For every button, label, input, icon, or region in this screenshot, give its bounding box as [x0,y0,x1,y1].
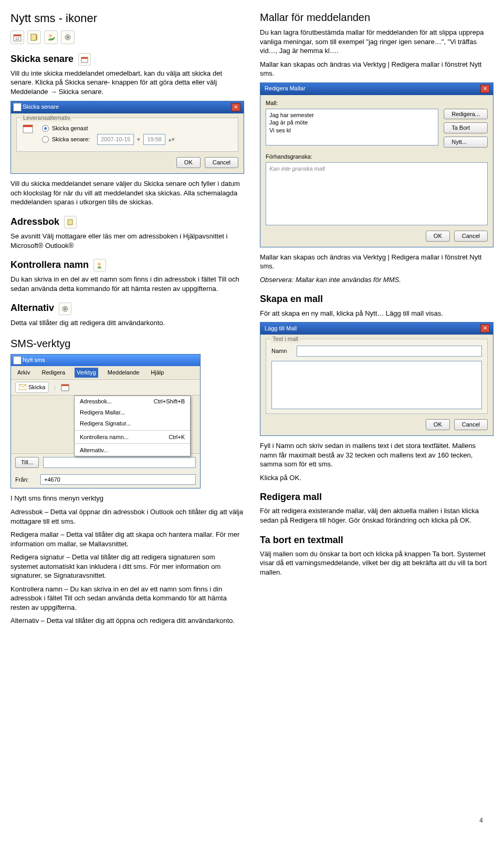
calendar-icon[interactable] [61,383,69,391]
list-item[interactable]: Jag har semester [269,111,435,119]
toolbar-icons: 12 [10,30,244,44]
svg-point-13 [98,263,101,266]
redigera-mall-text: För att redigera existerande mallar, väl… [260,506,494,525]
ok-button[interactable]: OK [176,157,201,168]
menu-item-kontrollera-namn[interactable]: Kontrollera namn... Ctrl+K [75,432,190,443]
dialog-title: Redigera Mallar [265,85,306,92]
klicka-ok-text: Klicka på OK. [260,473,494,483]
menu-item-redigera-signatur[interactable]: Redigera Signatur... [75,418,190,429]
dialog-icon [13,103,22,111]
verktyg-adressbok: Adressbok – Detta val öppnar din adressb… [10,507,244,526]
observera-text: Observera: Mallar kan inte användas för … [260,275,494,285]
dialog-title: Lägg till Mall [265,325,297,332]
alternativ-text: Detta val tillåter dig att redigera ditt… [10,318,244,328]
tabort-button[interactable]: Ta Bort [444,122,488,133]
group-label: Leveransalternativ [21,114,72,122]
close-icon[interactable]: ✕ [231,103,240,111]
envelope-icon [19,384,26,390]
cancel-button[interactable]: Cancel [454,231,488,242]
person-check-icon [93,259,106,272]
verktyg-intro: I Nytt sms finns menyn verktyg [10,494,244,503]
sms-verktyg-heading: SMS-verktyg [10,337,244,351]
menu-verktyg[interactable]: Verktyg [75,368,98,378]
skicka-senare-text: Vill du inte skicka meddelandet omedelba… [10,69,244,97]
mallar-via-verktyg-2: Mallar kan skapas och ändras via Verktyg… [260,253,494,271]
svg-rect-11 [23,125,33,127]
mallar-heading: Mallar för meddelanden [260,11,494,25]
cancel-button[interactable]: Cancel [454,419,488,430]
verktyg-redigera-signatur: Redigera signatur – Detta val tillåter d… [10,553,244,580]
time-field[interactable]: 19:58 [143,134,165,145]
app-icon [13,356,22,365]
mall-listbox[interactable]: Jag har semester Jag är på möte Vi ses k… [266,109,438,145]
skapa-mall-heading: Skapa en mall [260,293,494,305]
namn-input[interactable] [297,346,482,357]
toolbar-skicka-button[interactable]: Skicka [15,382,49,393]
svg-rect-1 [14,35,21,36]
redigera-mall-heading: Redigera mall [260,491,494,503]
svg-rect-4 [36,35,37,40]
tabort-mall-text: Välj mallen som du önskar ta bort och kl… [260,549,494,577]
radio-skicka-senare[interactable]: Skicka senare: 2007-10-15 ▾ 19:58 ▴▾ [42,134,233,145]
preview-label: Förhandsgranska: [266,153,488,161]
adressbok-text: Se avsnitt Välj mottagare eller läs mer … [10,232,244,250]
menu-arkiv[interactable]: Arkiv [15,368,32,378]
svg-point-7 [67,36,69,38]
page-number: 4 [479,816,483,825]
adressbok-heading: Adressbok [10,215,244,228]
list-item[interactable]: Jag är på möte [269,119,435,127]
calendar-icon [78,53,91,66]
dialog-lagg-till-mall: Lägg till Mall ✕ Text i mall Namn OK Can… [260,322,494,436]
kontrollera-namn-heading: Kontrollera namn [10,258,244,272]
calendar-icon [22,122,34,134]
page-heading-left: Nytt sms - ikoner [10,11,244,26]
menubar: Arkiv Redigera Verktyg Meddelande Hjälp [11,366,200,380]
window-nytt-sms: Nytt sms Arkiv Redigera Verktyg Meddelan… [10,354,201,488]
date-field[interactable]: 2007-10-15 [97,134,134,145]
menu-item-alternativ[interactable]: Alternativ... [75,445,190,456]
svg-point-15 [64,308,66,310]
addressbook-icon [64,216,77,228]
close-icon[interactable]: ✕ [480,85,490,93]
verktyg-dropdown: Adressbok... Ctrl+Shift+B Redigera Malla… [74,396,191,456]
menu-hjalp[interactable]: Hjälp [149,368,166,378]
window-title: Nytt sms [23,356,45,364]
mallar-intro: Du kan lagra förutbestämda mallar för me… [260,28,494,56]
fran-input[interactable]: +4670 [40,474,196,485]
calendar-icon: 12 [10,30,24,44]
menu-item-redigera-mallar[interactable]: Redigera Mallar... [75,407,190,418]
list-item[interactable]: Vi ses kl [269,127,435,134]
tabort-mall-heading: Ta bort en textmall [260,534,494,546]
text-i-mall-label: Text i mall [270,335,300,343]
ok-button[interactable]: OK [426,231,450,242]
till-input[interactable] [43,457,196,468]
svg-rect-3 [31,34,36,40]
svg-point-5 [49,34,52,37]
kontrollera-namn-text: Du kan skriva in en del av ett namn som … [10,275,244,293]
fill-name-text: Fyll i Namn och skriv sedan in mallens t… [260,441,494,469]
cancel-button[interactable]: Cancel [205,157,238,168]
menu-redigera[interactable]: Redigera [39,368,67,378]
ok-button[interactable]: OK [426,419,450,430]
verktyg-alternativ: Alternativ – Detta val tillåter dig att … [10,616,244,626]
nytt-button[interactable]: Nytt... [444,137,488,148]
menu-meddelande[interactable]: Meddelande [106,368,142,378]
till-button[interactable]: Till... [15,457,39,468]
skapa-mall-text: För att skapa en ny mall, klicka på Nytt… [260,309,494,318]
after-dialog-text: Vill du skicka meddelandet senare väljer… [10,179,244,207]
mallar-via-verktyg: Mallar kan skapas och ändras via Verktyg… [260,60,494,78]
addressbook-icon [27,30,41,44]
mall-label: Mall: [266,99,488,107]
menu-item-adressbok[interactable]: Adressbok... Ctrl+Shift+B [75,396,190,407]
mall-text-input[interactable] [271,361,482,409]
gear-icon [59,303,71,315]
alternativ-heading: Alternativ [10,301,244,315]
skicka-senare-heading: Skicka senare [10,53,244,66]
dialog-skicka-senare: Skicka senare ✕ Leveransalternativ Skick… [10,101,244,174]
gear-icon [61,30,75,44]
radio-skicka-genast[interactable]: Skicka genast [42,124,233,132]
svg-rect-18 [61,384,69,386]
dialog-title: Skicka senare [23,103,59,111]
redigera-button[interactable]: Redigera... [444,109,488,120]
close-icon[interactable]: ✕ [480,324,490,332]
